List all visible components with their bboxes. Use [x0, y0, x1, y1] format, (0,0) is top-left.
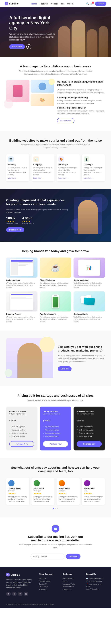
- portfolio-item-1: Online Strategy We build design custom w…: [6, 258, 37, 289]
- cta-section: Like what you see with our online produc…: [0, 330, 111, 386]
- portfolio-title-3: Digital Marketing: [74, 279, 105, 281]
- stars-3: ★★★★☆: [59, 493, 78, 495]
- instagram-icon[interactable]: ig: [24, 592, 28, 596]
- testimonial-role-4: CEO: [84, 490, 103, 492]
- testimonial-text-2: Starting your own company can be very co…: [34, 496, 52, 502]
- footer-col-support: Get Support Documentation Forums Languag…: [63, 573, 81, 596]
- lets-talk-button[interactable]: Let's Talk: [58, 366, 72, 371]
- learn-more-4[interactable]: Learn more →: [84, 177, 103, 179]
- footer-link-about-3[interactable]: Contact Us: [39, 583, 58, 586]
- person-silhouette: [78, 200, 98, 234]
- pricing-card-popular: Startup Business Get your digital presen…: [40, 406, 71, 450]
- brand-right-desc: We partner with founders committed to di…: [57, 88, 105, 94]
- discover-button[interactable]: Discover More: [6, 228, 24, 232]
- newsletter-section: ✉️ Subscribe to our mailing list. Join o…: [0, 517, 111, 567]
- search-icon[interactable]: 🔍: [86, 2, 89, 5]
- testimonials-grid: Thomas Smith Designer ★★★★☆ Starting you…: [6, 478, 105, 505]
- learn-more-2[interactable]: Learn more →: [33, 177, 53, 179]
- footer-col-title-1: About Company: [39, 573, 58, 575]
- feature-2-1: ✓Up to 500 keywords: [43, 425, 68, 428]
- contact-button[interactable]: Contact: [95, 2, 106, 6]
- avatar-3: [59, 480, 65, 486]
- hero-section: A full-service digital agency in New Yor…: [0, 8, 111, 57]
- cta-yellow-circle: [39, 337, 55, 352]
- footer-link-about-4[interactable]: Web Design: [39, 586, 58, 588]
- footer-link-support-5[interactable]: Contact Us: [63, 588, 81, 591]
- dot-3[interactable]: [57, 508, 58, 509]
- footer-link-about-1[interactable]: About Us: [39, 577, 58, 580]
- testimonial-3: Ernest Smith Marketing ★★★★☆ Starting yo…: [57, 478, 80, 505]
- footer-logo: S Sublime: [6, 573, 34, 576]
- stars-4: ★★★★★: [84, 493, 103, 495]
- testimonial-name-1: Thomas Smith: [8, 488, 27, 490]
- brand-desc: We believe building startups requires a …: [17, 70, 94, 76]
- portfolio-thumb-4: [6, 292, 37, 312]
- mockup-sidebar: [11, 262, 18, 275]
- subscribe-button[interactable]: Subscribe: [66, 554, 80, 559]
- learn-more-1[interactable]: Learn more →: [8, 177, 27, 179]
- footer-contact-phone[interactable]: 📱 +1 (23) 456-7890: [86, 580, 105, 583]
- portfolio-mockup-1: [10, 259, 33, 276]
- get-started-button[interactable]: Get Started: [9, 44, 25, 49]
- nav-features[interactable]: Features: [40, 3, 48, 5]
- nav-others[interactable]: Others: [67, 3, 73, 5]
- facebook-icon[interactable]: f: [6, 592, 11, 596]
- testimonial-text-3: Starting your own company can be very co…: [59, 496, 78, 502]
- testimonials-title: See what our clients say about us and ho…: [6, 466, 105, 473]
- portfolio-title-5: App Development: [40, 313, 71, 315]
- portfolio-thumb-1: [6, 258, 37, 278]
- nav-cart[interactable]: 🛒1: [90, 2, 93, 5]
- nav-blog[interactable]: Blog: [60, 3, 64, 5]
- nav-projects[interactable]: Projects: [50, 3, 58, 5]
- pricing-section: Pricing built for startups and businesse…: [0, 386, 111, 458]
- nav-home[interactable]: Home: [31, 3, 37, 5]
- brand-intro: A brand agency for ambitious young busin…: [6, 64, 105, 76]
- digital-title: Creating unique and digital experiences …: [6, 198, 69, 206]
- twitter-icon[interactable]: t: [12, 592, 17, 596]
- service-card-campaign: 📊 Campaign We help you build design to s…: [31, 154, 55, 181]
- footer-link-about-2[interactable]: Sublime Studio: [39, 580, 58, 583]
- testimonials-section: See what our clients say about us and ho…: [0, 458, 111, 517]
- card-2: [84, 298, 95, 305]
- purchase-button-3[interactable]: Purchase Now: [77, 441, 102, 447]
- portfolio-title-2: Digital Marketing: [40, 279, 71, 281]
- nav-right: 🔍 🛒1 Contact: [86, 2, 106, 6]
- service-card-ux: 🎨 UX Design We help you build design to …: [57, 154, 80, 181]
- purchase-button-2[interactable]: Purchase Now: [43, 441, 68, 447]
- dot-2[interactable]: [55, 508, 56, 509]
- footer-links-contact: 📧 hello@sublime.com 📱 +1 (23) 456-7890 📍…: [86, 577, 105, 590]
- footer-contact-address: 📍 New York City, NY 10001: [86, 583, 105, 588]
- site-logo[interactable]: S Sublime: [5, 2, 18, 6]
- band-image: [74, 197, 105, 234]
- footer-link-support-1[interactable]: Documentation: [63, 577, 81, 580]
- footer-link-support-3[interactable]: Language Packs: [63, 583, 81, 586]
- stat-label-1: Satisfaction rate: [6, 222, 18, 224]
- plan-price-1: $29/mo: [9, 417, 34, 423]
- service-card-branding: 🖥️ Branding We help you build design to …: [6, 154, 29, 181]
- our-services-button[interactable]: Our Services: [57, 118, 75, 123]
- person-container: [74, 197, 105, 234]
- service-desc-branding: We help you build design to stand out an…: [8, 167, 27, 176]
- footer-contact-email[interactable]: 📧 hello@sublime.com: [86, 577, 105, 580]
- footer-link-about-5[interactable]: Marketing: [39, 588, 58, 591]
- plan-period-1: /mo: [13, 420, 16, 422]
- stars-2: ★★★★★: [22, 220, 34, 222]
- linkedin-icon[interactable]: in: [18, 592, 22, 596]
- portfolio-title-1: Online Strategy: [6, 279, 37, 281]
- footer-link-support-2[interactable]: Forums: [63, 580, 81, 583]
- dot-1[interactable]: [53, 508, 54, 509]
- service-name-2: Campaign: [33, 164, 53, 166]
- service-desc-1: Building brands that customers love and …: [57, 100, 105, 104]
- coffee-emoji: ☕: [51, 263, 60, 272]
- learn-more-3[interactable]: Learn more →: [58, 177, 78, 179]
- phone-speaker: [54, 296, 57, 296]
- feature-3-3: ✓Customer interactions: [77, 432, 102, 435]
- purchase-button-1[interactable]: Purchase Now: [9, 441, 34, 447]
- brand-service-2: Customer experience strategy Partnering …: [57, 107, 105, 115]
- play-button[interactable]: ▶: [26, 44, 31, 49]
- footer-link-support-4[interactable]: Release Status: [63, 586, 81, 588]
- feature-2-3: ✓Customer interactions: [43, 432, 68, 435]
- email-input[interactable]: [30, 554, 64, 559]
- plan-name-1: Personal Business: [9, 410, 34, 412]
- nav-icons: 🔍 🛒1: [86, 2, 93, 5]
